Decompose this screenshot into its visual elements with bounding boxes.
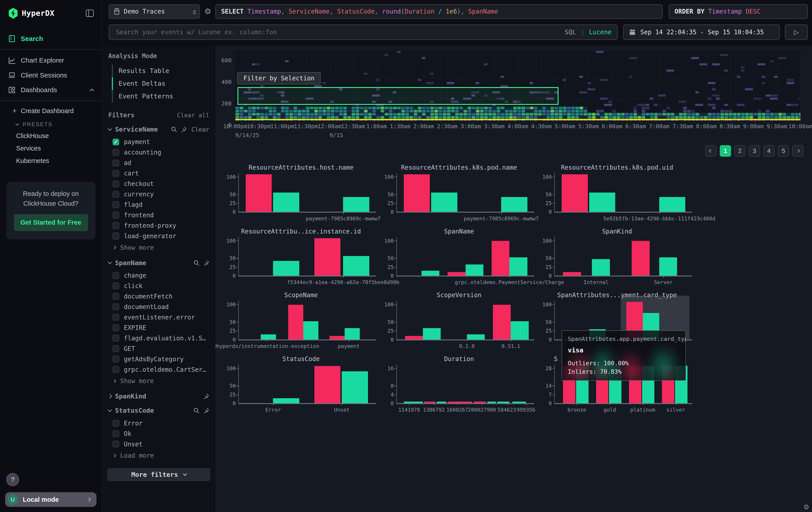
account-menu[interactable]: U Local mode (5, 492, 96, 507)
checkbox[interactable] (113, 335, 119, 342)
outlier-bar[interactable] (314, 238, 340, 276)
filter-option-getadsbycategory[interactable]: getAdsByCategory (107, 354, 210, 365)
source-settings-gear-icon[interactable]: ⚙ (200, 7, 215, 16)
search-icon[interactable] (171, 126, 177, 132)
inlier-bar[interactable] (659, 257, 677, 276)
mini-chart-scopename-6[interactable]: ScopeName02550100@hyperdx/instrumentatio… (223, 291, 379, 351)
checkbox[interactable] (113, 356, 119, 362)
inlier-bar[interactable] (510, 257, 527, 276)
pin-icon[interactable] (203, 407, 209, 413)
clear-filter-button[interactable]: Clear (192, 126, 209, 133)
filter-option-ok[interactable]: Ok (107, 429, 210, 439)
checkbox[interactable] (113, 441, 119, 448)
presets-toggle[interactable]: PRESETS (0, 118, 102, 130)
get-started-button[interactable]: Get Started for Free (14, 214, 88, 231)
sidebar-item-client-sessions[interactable]: Client Sessions (0, 68, 102, 83)
inlier-bar[interactable] (343, 197, 369, 212)
filter-option-unset[interactable]: Unset (107, 439, 210, 450)
checkbox[interactable] (113, 201, 119, 208)
checkbox[interactable] (113, 233, 119, 239)
outlier-bar[interactable] (246, 174, 272, 212)
inlier-bar[interactable] (422, 271, 439, 276)
sidebar-item-chart-explorer[interactable]: Chart Explorer (0, 53, 102, 68)
checkbox[interactable] (113, 324, 119, 331)
checkbox[interactable] (113, 282, 119, 289)
source-select[interactable]: Demo Traces (109, 4, 200, 19)
sidebar-item-kubernetes[interactable]: Kubernetes (0, 155, 102, 167)
filter-option-cart[interactable]: cart (107, 168, 210, 179)
mini-chart-resourceattribu-ice-instance-id-3[interactable]: ResourceAttribu..ice.instance.id02550100… (223, 228, 379, 287)
filter-option-accounting[interactable]: accounting (107, 147, 210, 158)
mini-chart-spanname-4[interactable]: SpanName02550100grpc.oteldemo.PaymentSer… (381, 228, 538, 287)
clear-all-button[interactable]: Clear all (177, 112, 209, 119)
outlier-bar[interactable] (288, 305, 303, 340)
sidebar-collapse-icon[interactable] (86, 9, 94, 17)
order-by-input[interactable]: ORDER BY Timestamp DESC (669, 4, 808, 19)
mini-chart-resourceattributes-host-name-0[interactable]: ResourceAttributes.host.name02550100paym… (223, 164, 379, 223)
heatmap-selection[interactable] (237, 87, 558, 105)
mini-chart-duration-10[interactable]: Duration04816114197813867921600267200027… (381, 355, 538, 414)
mini-chart-statuscode-9[interactable]: StatusCode02550100ErrorUnset (223, 355, 379, 414)
filter-option-flagd[interactable]: flagd (107, 199, 210, 210)
checkbox[interactable] (113, 139, 119, 145)
mini-chart-resourceattributes-k8s-pod-name-1[interactable]: ResourceAttributes.k8s.pod.name02550100p… (381, 164, 538, 223)
load-more-button[interactable]: Load more (107, 450, 210, 460)
checkbox[interactable] (113, 345, 119, 352)
pagination-next-button[interactable] (792, 145, 804, 157)
checkbox[interactable] (113, 160, 119, 166)
mini-chart-resourceattributes-k8s-pod-uid-2[interactable]: ResourceAttributes.k8s.pod.uid025501005e… (539, 164, 695, 223)
help-button[interactable]: ? (6, 473, 19, 486)
show-more-button[interactable]: Show more (107, 241, 210, 252)
filter-option-change[interactable]: change (107, 270, 210, 281)
inlier-bar[interactable] (466, 265, 483, 276)
outlier-bar[interactable] (563, 272, 581, 276)
outlier-bar[interactable] (314, 366, 340, 403)
checkbox[interactable] (113, 149, 119, 156)
checkbox[interactable] (113, 314, 119, 321)
inlier-bar[interactable] (273, 193, 299, 212)
checkbox[interactable] (113, 181, 119, 187)
filter-option-currency[interactable]: currency (107, 189, 210, 199)
filter-by-selection-button[interactable]: Filter by Selection (237, 72, 321, 85)
checkbox[interactable] (113, 420, 119, 427)
sidebar-item-clickhouse[interactable]: ClickHouse (0, 130, 102, 142)
checkbox[interactable] (113, 272, 119, 279)
outlier-bar[interactable] (493, 305, 511, 340)
inlier-bar[interactable] (511, 321, 528, 340)
pagination-page-2[interactable]: 2 (734, 145, 746, 157)
outlier-bar[interactable] (632, 241, 649, 276)
run-query-button[interactable]: ▷ (785, 25, 808, 40)
outlier-bar[interactable] (405, 336, 423, 340)
checkbox[interactable] (113, 212, 119, 218)
checkbox[interactable] (113, 303, 119, 310)
outlier-bar[interactable] (447, 272, 465, 276)
filter-option-ad[interactable]: ad (107, 158, 210, 168)
create-dashboard-button[interactable]: + Create Dashboard (0, 104, 102, 118)
inlier-bar[interactable] (273, 261, 299, 276)
inlier-bar[interactable] (431, 193, 457, 212)
inlier-bar[interactable] (659, 197, 685, 212)
filter-option-checkout[interactable]: checkout (107, 179, 210, 189)
analysis-mode-event-deltas[interactable]: Event Deltas (108, 77, 210, 90)
inlier-bar[interactable] (467, 334, 485, 339)
filter-group-name[interactable]: ServiceName (115, 126, 158, 133)
pagination-page-4[interactable]: 4 (763, 145, 775, 157)
filter-option-flagd-evaluation-v1-serv[interactable]: flagd.evaluation.v1.Serv… (107, 333, 210, 344)
pin-icon[interactable] (180, 126, 187, 132)
outlier-bar[interactable] (492, 241, 510, 276)
inlier-bar[interactable] (423, 328, 441, 339)
filter-option-frontend-proxy[interactable]: frontend-proxy (107, 220, 210, 231)
pagination-prev-button[interactable] (705, 145, 717, 157)
checkbox[interactable] (113, 430, 119, 437)
checkbox[interactable] (113, 222, 119, 229)
settings-gear-icon[interactable]: ⚙ (803, 503, 809, 511)
search-icon[interactable] (193, 407, 199, 413)
filter-option-expire[interactable]: EXPIRE (107, 323, 210, 333)
inlier-bar[interactable] (343, 256, 369, 276)
filter-option-get[interactable]: GET (107, 344, 210, 354)
checkbox[interactable] (113, 366, 119, 373)
lucene-toggle[interactable]: Lucene (589, 28, 611, 36)
filter-option-load-generator[interactable]: load-generator (107, 231, 210, 241)
inlier-bar[interactable] (589, 193, 615, 212)
inlier-bar[interactable] (345, 328, 360, 339)
